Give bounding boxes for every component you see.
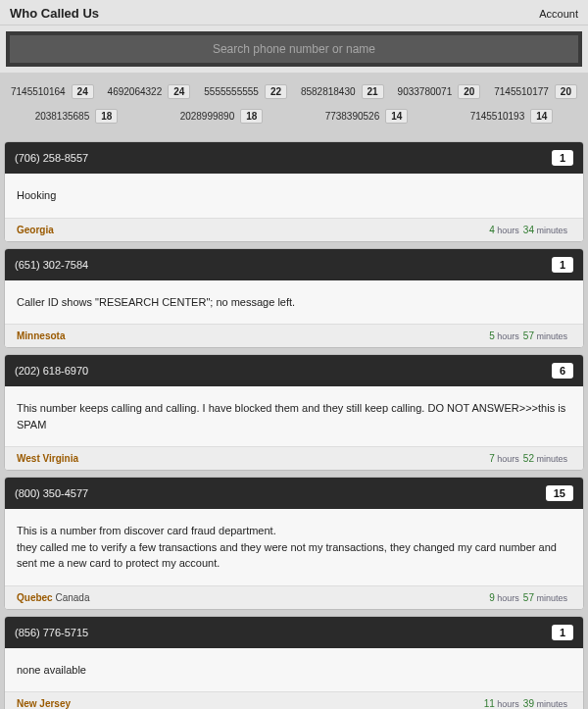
top-number-count: 24 [72, 84, 94, 99]
top-number-count: 21 [362, 84, 384, 99]
search-input[interactable] [10, 35, 578, 63]
top-number-value: 9033780071 [398, 86, 453, 97]
report-header[interactable]: (202) 618-69706 [5, 355, 583, 386]
report-location: Georgia [17, 225, 54, 235]
reports-list: (706) 258-85571HookingGeorgia4 hours34 m… [0, 141, 588, 709]
top-number-link[interactable]: 469206432224 [102, 82, 197, 101]
top-number-link[interactable]: 555555555522 [198, 82, 293, 101]
report-footer: New Jersey11 hours39 minutes [5, 691, 583, 709]
time-number: 34 [523, 225, 534, 235]
top-number-count: 18 [240, 109, 263, 124]
time-number: 52 [523, 453, 534, 464]
top-number-value: 2038135685 [35, 111, 90, 122]
top-number-count: 24 [168, 84, 190, 99]
time-number: 11 [484, 698, 495, 709]
report-count-badge: 1 [552, 150, 573, 166]
time-unit: hours [495, 699, 519, 709]
report-region: New Jersey [17, 698, 71, 709]
time-number: 57 [523, 592, 534, 603]
top-number-count: 14 [530, 109, 553, 124]
report-location: Quebec Canada [17, 592, 90, 603]
search-box [6, 31, 582, 67]
report-phone: (651) 302-7584 [15, 259, 88, 271]
top-number-link[interactable]: 714551017720 [488, 82, 583, 101]
report-body: This is a number from discover card frau… [5, 509, 583, 585]
time-unit: hours [495, 454, 519, 464]
top-number-link[interactable]: 903378007120 [392, 82, 487, 101]
report-card: (202) 618-69706This number keeps calling… [4, 354, 584, 471]
report-header[interactable]: (856) 776-57151 [5, 617, 583, 648]
report-phone: (856) 776-5715 [15, 627, 88, 638]
report-footer: West Virginia7 hours52 minutes [5, 446, 583, 470]
account-link[interactable]: Account [539, 8, 578, 20]
report-location: New Jersey [17, 698, 71, 709]
top-number-link[interactable]: 714551019314 [465, 107, 560, 126]
time-number: 5 [489, 330, 495, 341]
time-unit: hours [495, 226, 519, 235]
report-footer: Minnesota5 hours57 minutes [5, 324, 583, 347]
top-number-value: 8582818430 [301, 86, 356, 97]
report-body: Hooking [5, 174, 583, 218]
search-area [0, 25, 588, 73]
time-unit: minutes [534, 331, 567, 341]
time-number: 7 [489, 453, 495, 464]
page-title: Who Called Us [10, 6, 99, 21]
top-number-value: 4692064322 [108, 86, 163, 97]
top-number-link[interactable]: 858281843021 [295, 82, 390, 101]
top-number-value: 7145510193 [470, 111, 525, 122]
top-number-count: 14 [385, 109, 408, 124]
report-body: Caller ID shows "RESEARCH CENTER"; no me… [5, 280, 583, 325]
report-card: (800) 350-457715This is a number from di… [4, 477, 584, 610]
report-region: Quebec [17, 592, 53, 603]
top-number-value: 5555555555 [204, 86, 259, 97]
report-footer: Quebec Canada9 hours57 minutes [5, 585, 583, 609]
report-region: West Virginia [17, 453, 78, 464]
top-number-count: 20 [458, 84, 480, 99]
top-number-link[interactable]: 202899989018 [174, 107, 270, 126]
report-location: West Virginia [17, 453, 78, 464]
top-number-link[interactable]: 773839052614 [319, 107, 415, 126]
time-unit: minutes [534, 593, 567, 603]
report-count-badge: 1 [552, 257, 573, 273]
report-time: 11 hours39 minutes [484, 698, 571, 709]
time-unit: minutes [534, 226, 567, 235]
report-header[interactable]: (706) 258-85571 [5, 142, 583, 174]
report-region: Georgia [17, 225, 54, 235]
top-number-value: 7145510177 [494, 86, 549, 97]
top-number-value: 7145510164 [11, 86, 66, 97]
time-number: 39 [523, 698, 534, 709]
top-number-value: 7738390526 [325, 111, 380, 122]
time-unit: hours [495, 331, 519, 341]
report-header[interactable]: (651) 302-75841 [5, 249, 583, 280]
top-number-count: 22 [265, 84, 287, 99]
report-phone: (202) 618-6970 [15, 365, 88, 377]
report-time: 4 hours34 minutes [489, 225, 571, 235]
report-count-badge: 6 [552, 363, 573, 379]
time-number: 4 [489, 225, 495, 235]
time-unit: hours [495, 593, 519, 603]
report-header[interactable]: (800) 350-457715 [5, 478, 583, 509]
report-count-badge: 15 [546, 485, 573, 501]
report-card: (706) 258-85571HookingGeorgia4 hours34 m… [4, 141, 584, 242]
report-card: (856) 776-57151none availableNew Jersey1… [4, 616, 584, 710]
report-footer: Georgia4 hours34 minutes [5, 218, 583, 241]
top-number-value: 2028999890 [180, 111, 235, 122]
topbar: Who Called Us Account [0, 0, 588, 25]
report-time: 9 hours57 minutes [489, 592, 571, 603]
report-phone: (706) 258-8557 [15, 152, 88, 164]
report-time: 7 hours52 minutes [489, 453, 571, 464]
time-unit: minutes [534, 699, 567, 709]
top-number-link[interactable]: 714551016424 [5, 82, 100, 101]
report-region: Minnesota [17, 330, 65, 341]
time-number: 9 [489, 592, 495, 603]
report-location: Minnesota [17, 330, 65, 341]
report-card: (651) 302-75841Caller ID shows "RESEARCH… [4, 248, 584, 349]
report-body: none available [5, 648, 583, 692]
time-unit: minutes [534, 454, 567, 464]
top-numbers: 7145510164244692064322245555555555228582… [0, 73, 588, 135]
report-count-badge: 1 [552, 625, 573, 640]
top-number-link[interactable]: 203813568518 [29, 107, 124, 126]
report-time: 5 hours57 minutes [489, 330, 571, 341]
report-phone: (800) 350-4577 [15, 487, 88, 499]
top-number-count: 20 [555, 84, 577, 99]
